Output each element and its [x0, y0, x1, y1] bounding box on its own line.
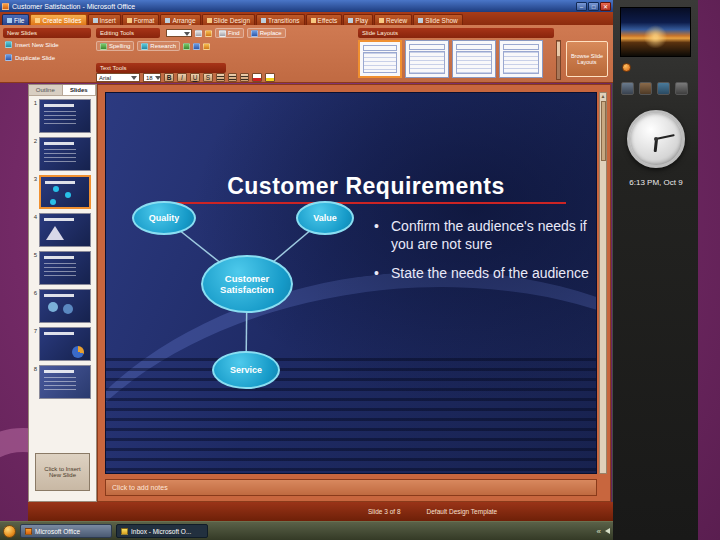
tab-outline[interactable]: Outline: [29, 85, 63, 95]
slide-thumbnail[interactable]: [39, 289, 91, 323]
layout-card-title-slide[interactable]: [358, 40, 402, 78]
slide-thumbnail-item[interactable]: 7: [31, 327, 94, 361]
volume-icon[interactable]: [605, 528, 610, 534]
bullet-item[interactable]: State the needs of the audience: [374, 264, 592, 282]
slide-canvas[interactable]: Customer Requirements Quality Value Cust…: [105, 92, 597, 474]
slide-thumbnail-item[interactable]: 5: [31, 251, 94, 285]
font-name-select[interactable]: Arial: [96, 73, 140, 82]
ribbon-tab-effects[interactable]: Effects: [306, 14, 343, 25]
slide-thumbnail-item[interactable]: 2: [31, 137, 94, 171]
format-painter-icon[interactable]: [205, 30, 212, 37]
notes-input[interactable]: Click to add notes: [105, 479, 597, 496]
align-center-icon[interactable]: [228, 73, 237, 82]
ribbon-tab-arrange[interactable]: Arrange: [160, 14, 200, 25]
slide-thumbnail[interactable]: [39, 327, 91, 361]
slide-thumbnail[interactable]: [39, 175, 91, 209]
bullet-list[interactable]: Confirm the audience's needs if you are …: [374, 217, 592, 294]
language-icon[interactable]: [203, 43, 210, 50]
ribbon-tab-slide-design[interactable]: Slide Design: [202, 14, 256, 25]
close-button[interactable]: ✕: [600, 2, 611, 11]
collapse-tray-icon[interactable]: «: [597, 527, 601, 536]
slide-thumbnail[interactable]: [39, 365, 91, 399]
diagram-node-service[interactable]: Service: [212, 351, 280, 389]
slide-thumbnail[interactable]: [39, 137, 91, 171]
ribbon-tab-format[interactable]: Format: [122, 14, 160, 25]
gadget-icon[interactable]: [639, 82, 652, 95]
ribbon-tab-file[interactable]: File: [2, 14, 29, 25]
research-button[interactable]: Research: [137, 41, 180, 51]
clock-gadget: [627, 110, 685, 168]
layouts-scrollbar[interactable]: [556, 40, 561, 80]
tab-icon: [165, 18, 170, 23]
diagram-node-customer-satisfaction[interactable]: Customer Satisfaction: [201, 255, 293, 313]
duplicate-slide-button[interactable]: Duplicate Slide: [5, 54, 55, 61]
slide-thumbnail-item[interactable]: 4: [31, 213, 94, 247]
translate-icon[interactable]: [193, 43, 200, 50]
ribbon-tab-insert[interactable]: Insert: [88, 14, 121, 25]
font-size-select[interactable]: 18: [143, 73, 161, 82]
button-label: Spelling: [109, 43, 130, 49]
underline-button[interactable]: U: [190, 73, 200, 82]
slide-thumbnail-item-selected[interactable]: 3: [31, 175, 94, 209]
slide-thumbnail[interactable]: [39, 99, 91, 133]
clock-pin: [654, 137, 658, 141]
tab-icon: [35, 18, 40, 23]
slide-thumbnail-item[interactable]: 6: [31, 289, 94, 323]
spelling-button[interactable]: Spelling: [96, 41, 134, 51]
find-button[interactable]: Find: [215, 28, 244, 38]
slide-scrollbar[interactable]: ▲: [599, 92, 607, 474]
shadow-button[interactable]: S: [203, 73, 213, 82]
scrollbar-thumb[interactable]: [601, 101, 606, 161]
slide-thumbnail[interactable]: [39, 213, 91, 247]
bold-button[interactable]: B: [164, 73, 174, 82]
layout-card-two-content[interactable]: [452, 40, 496, 78]
insert-new-slide-button[interactable]: Insert New Slide: [5, 41, 59, 48]
align-right-icon[interactable]: [240, 73, 249, 82]
slide-thumbnail[interactable]: [39, 251, 91, 285]
task-button-inbox[interactable]: Inbox - Microsoft O...: [116, 524, 208, 538]
highlight-color-swatch[interactable]: [265, 73, 275, 82]
desktop-sidebar: 6:13 PM, Oct 9: [612, 0, 698, 540]
ribbon-tab-play[interactable]: Play: [343, 14, 373, 25]
replace-button[interactable]: Replace: [247, 28, 286, 38]
new-slide-box[interactable]: Click to Insert New Slide: [35, 453, 90, 491]
task-button-office[interactable]: Microsoft Office: [20, 524, 112, 538]
gadget-button-icon[interactable]: [622, 63, 631, 72]
gadget-icon[interactable]: [675, 82, 688, 95]
gadget-icon[interactable]: [657, 82, 670, 95]
group-header-slide-layouts: Slide Layouts: [358, 28, 554, 38]
diagram-node-value[interactable]: Value: [296, 201, 354, 235]
ribbon-tab-slide-show[interactable]: Slide Show: [413, 14, 463, 25]
slide-title[interactable]: Customer Requirements: [146, 173, 586, 200]
slide-thumbnail-item[interactable]: 1: [31, 99, 94, 133]
italic-button[interactable]: I: [177, 73, 187, 82]
diagram-node-quality[interactable]: Quality: [132, 201, 196, 235]
tab-icon: [418, 18, 423, 23]
slides-pane: Outline Slides 1 2 3 4 5 6 7 8 Click to …: [28, 84, 97, 502]
bullet-item[interactable]: Confirm the audience's needs if you are …: [374, 217, 592, 253]
slide-thumbnail-item[interactable]: 8: [31, 365, 94, 399]
ribbon-tab-review[interactable]: Review: [374, 14, 412, 25]
tab-icon: [7, 18, 12, 23]
status-bar: Slide 3 of 8 Default Design Template: [28, 502, 613, 521]
group-header-text-tools: Text Tools: [96, 63, 226, 73]
start-button[interactable]: [3, 525, 16, 538]
tab-slides[interactable]: Slides: [63, 85, 97, 95]
paste-icon[interactable]: [195, 30, 202, 37]
maximize-button[interactable]: □: [588, 2, 599, 11]
ribbon-tab-transitions[interactable]: Transitions: [256, 14, 305, 25]
thesaurus-icon[interactable]: [183, 43, 190, 50]
replace-icon: [251, 30, 258, 37]
gadget-icon[interactable]: [621, 82, 634, 95]
font-color-swatch[interactable]: [252, 73, 262, 82]
quick-style-select[interactable]: [166, 29, 192, 37]
minimize-button[interactable]: –: [576, 2, 587, 11]
ribbon-tab-create-slides[interactable]: Create Slides: [30, 14, 86, 25]
photo-gadget[interactable]: [620, 7, 691, 57]
layout-card-content[interactable]: [499, 40, 543, 78]
align-left-icon[interactable]: [216, 73, 225, 82]
system-tray: «: [597, 527, 610, 536]
browse-layouts-button[interactable]: Browse Slide Layouts: [566, 41, 608, 77]
window-title: Customer Satisfaction - Microsoft Office: [12, 3, 575, 10]
layout-card-title-content[interactable]: [405, 40, 449, 78]
